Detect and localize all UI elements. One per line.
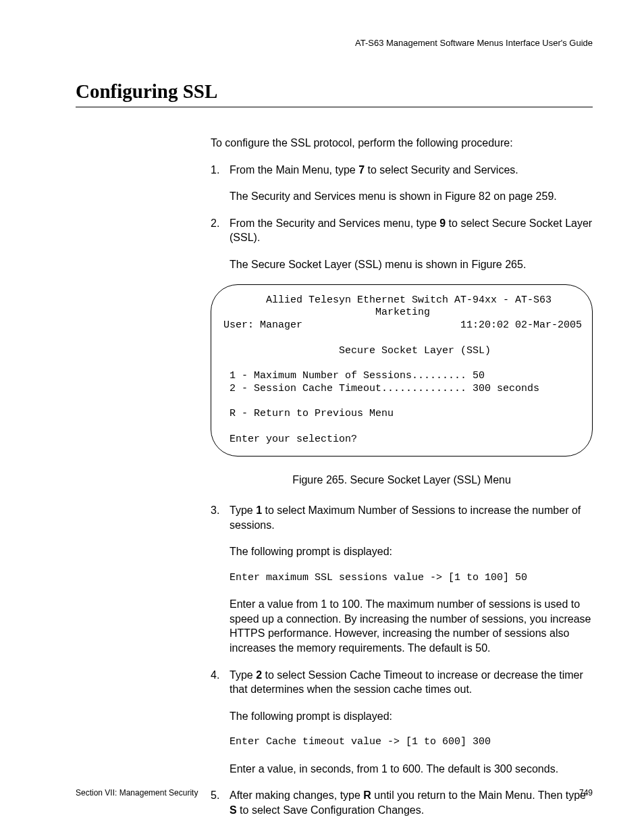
text: Type: [230, 669, 256, 681]
figure-caption: Figure 265. Secure Socket Layer (SSL) Me…: [211, 473, 593, 488]
step-text: From the Main Menu, type 7 to select Sec…: [230, 163, 593, 178]
step-1: 1. From the Main Menu, type 7 to select …: [211, 163, 593, 178]
bold-key: 2: [256, 669, 262, 681]
bold-key: 1: [256, 504, 262, 516]
step-3: 3. Type 1 to select Maximum Number of Se…: [211, 503, 593, 532]
terminal-line: Marketing: [223, 307, 430, 318]
step-number: 2.: [211, 216, 230, 245]
step-2-sub: The Secure Socket Layer (SSL) menu is sh…: [230, 257, 593, 272]
terminal-line: 2 - Session Cache Timeout.............. …: [223, 383, 539, 394]
terminal-line: 1 - Maximum Number of Sessions......... …: [223, 370, 485, 382]
step-number: 1.: [211, 163, 230, 178]
page-footer: Section VII: Management Security 749: [76, 788, 593, 798]
terminal-line: Enter your selection?: [223, 434, 357, 445]
text: to select Maximum Number of Sessions to …: [230, 504, 581, 531]
bold-key: 7: [358, 164, 365, 176]
footer-page-number: 749: [579, 788, 593, 798]
footer-section: Section VII: Management Security: [76, 788, 198, 798]
step-4-sub2: Enter a value, in seconds, from 1 to 600…: [230, 762, 593, 777]
step-text: Type 1 to select Maximum Number of Sessi…: [230, 503, 593, 532]
text: From the Security and Services menu, typ…: [230, 217, 439, 229]
step-1-sub: The Security and Services menu is shown …: [230, 189, 593, 204]
terminal-line: Secure Socket Layer (SSL): [223, 345, 491, 357]
step-number: 4.: [211, 668, 230, 697]
step-3-sub2: Enter a value from 1 to 100. The maximum…: [230, 597, 593, 655]
step-text: Type 2 to select Session Cache Timeout t…: [230, 668, 593, 697]
step-text: From the Security and Services menu, typ…: [230, 216, 593, 245]
text: Type: [230, 504, 256, 516]
bold-key: 9: [439, 217, 446, 229]
content-body: To configure the SSL protocol, perform t…: [211, 136, 593, 817]
terminal-line: Allied Telesyn Ethernet Switch AT-94xx -…: [223, 294, 552, 306]
prompt-line: Enter Cache timeout value -> [1 to 600] …: [230, 735, 593, 749]
step-4-sub1: The following prompt is displayed:: [230, 709, 593, 724]
text: to select Save Configuration Changes.: [237, 804, 425, 816]
prompt-line: Enter maximum SSL sessions value -> [1 t…: [230, 571, 593, 585]
text: to select Security and Services.: [365, 164, 518, 176]
terminal-line: User: Manager 11:20:02 02-Mar-2005: [223, 319, 582, 331]
header-guide-title: AT-S63 Management Software Menus Interfa…: [76, 38, 593, 48]
text: From the Main Menu, type: [230, 164, 358, 176]
step-2: 2. From the Security and Services menu, …: [211, 216, 593, 245]
text: to select Session Cache Timeout to incre…: [230, 669, 583, 696]
intro-paragraph: To configure the SSL protocol, perform t…: [211, 136, 593, 151]
bold-key: S: [230, 804, 237, 816]
terminal-menu-box: Allied Telesyn Ethernet Switch AT-94xx -…: [211, 284, 593, 457]
terminal-line: R - Return to Previous Menu: [223, 408, 394, 419]
step-3-sub1: The following prompt is displayed:: [230, 544, 593, 559]
section-title: Configuring SSL: [76, 80, 593, 107]
step-4: 4. Type 2 to select Session Cache Timeou…: [211, 668, 593, 697]
step-number: 3.: [211, 503, 230, 532]
